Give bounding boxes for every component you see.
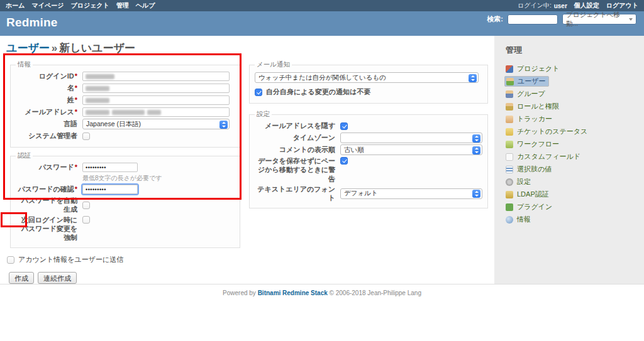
- main-area: ユーザー»新しいユーザー 情報 ログインID* 名* 姓*: [0, 36, 644, 284]
- auth-fieldset: 認証 パスワード* ••••••••• 最低8文字の長さが必要です パスワードの…: [10, 151, 240, 248]
- redacted-lastname-value: [86, 98, 109, 103]
- no-self-notified-row: 自分自身による変更の通知は不要: [255, 87, 482, 97]
- info-fieldset: 情報 ログインID* 名* 姓* メールアドレス*: [10, 60, 240, 148]
- sidebar-item-info[interactable]: 情報: [506, 214, 533, 225]
- comments-sorting-selected-value: 古い順: [344, 146, 364, 154]
- sidebar-item-plugins[interactable]: プラグイン: [506, 202, 555, 212]
- admin-checkbox[interactable]: [82, 133, 90, 140]
- no-self-notified-checkbox[interactable]: [255, 89, 262, 96]
- sidebar-item-roles[interactable]: ロールと権限: [506, 101, 562, 112]
- create-and-continue-button[interactable]: 連続作成: [38, 272, 77, 284]
- custom-field-icon: [506, 153, 513, 161]
- comments-sorting-row: コメントの表示順 古い順: [255, 144, 482, 155]
- breadcrumb-separator: »: [50, 42, 59, 54]
- hide-mail-label: メールアドレスを隠す: [255, 121, 335, 130]
- redacted-login-value: [86, 74, 114, 79]
- password-confirm-label: パスワードの確認*: [16, 185, 77, 193]
- sidebar-item-projects[interactable]: プロジェクト: [506, 63, 562, 74]
- password-confirm-input[interactable]: •••••••••: [82, 185, 138, 194]
- password-label: パスワード*: [16, 163, 77, 171]
- project-jump-label: プロジェクトへ移動...: [566, 11, 629, 28]
- search-input[interactable]: [508, 14, 558, 24]
- bitnami-stack-link[interactable]: Bitnami Redmine Stack: [258, 290, 328, 296]
- user-form-column: 情報 ログインID* 名* 姓* メールアドレス*: [6, 60, 240, 284]
- mail-row: メールアドレス*: [16, 107, 235, 117]
- warn-unsaved-checkbox[interactable]: [340, 157, 348, 165]
- sidebar-item-groups[interactable]: グループ: [506, 89, 548, 99]
- top-menu-my-page-link[interactable]: マイページ: [31, 1, 64, 10]
- top-menu-projects-link[interactable]: プロジェクト: [70, 1, 109, 10]
- project-jump-select[interactable]: プロジェクトへ移動...: [562, 14, 636, 24]
- logged-in-label: ログイン中:: [518, 1, 552, 10]
- auth-legend: 認証: [16, 151, 33, 160]
- create-button[interactable]: 作成: [9, 272, 34, 284]
- password-confirm-row: パスワードの確認* •••••••••: [16, 184, 235, 195]
- sidebar-item-users[interactable]: ユーザー: [504, 76, 549, 87]
- sidebar-item-workflows[interactable]: ワークフロー: [506, 139, 562, 149]
- sidebar-item-label: 設定: [517, 177, 531, 187]
- top-menu-administration-link[interactable]: 管理: [116, 1, 129, 10]
- mail-input[interactable]: [82, 107, 230, 117]
- dropdown-stepper-icon: [469, 74, 477, 82]
- current-user-link[interactable]: user: [554, 3, 567, 9]
- top-menu-links: ホームマイページプロジェクト管理ヘルプ: [6, 1, 155, 10]
- language-select[interactable]: Japanese (日本語): [82, 119, 230, 129]
- sidebar-item-label: ユーザー: [518, 77, 546, 86]
- login-row: ログインID*: [16, 71, 235, 82]
- dropdown-stepper-icon: [472, 190, 480, 198]
- warn-unsaved-label: データを保存せずにページから移動するときに警告: [255, 156, 335, 183]
- sidebar-item-issue-statuses[interactable]: チケットのステータス: [506, 126, 590, 137]
- sidebar-item-ldap[interactable]: LDAP認証: [506, 189, 552, 200]
- firstname-input[interactable]: [82, 84, 230, 93]
- textarea-font-select[interactable]: デフォルト: [340, 188, 482, 199]
- must-change-password-row: 次回ログイン時にパスワード変更を強制: [16, 215, 235, 242]
- password-row: パスワード* •••••••••: [16, 162, 235, 173]
- textarea-font-row: テキストエリアのフォント デフォルト: [255, 185, 482, 203]
- warn-unsaved-row: データを保存せずにページから移動するときに警告: [255, 156, 482, 183]
- mail-notification-fieldset: メール通知 ウォッチ中または自分が関係しているもの 自分自身による変更の通知は不…: [249, 60, 488, 104]
- mail-notification-legend: メール通知: [255, 60, 292, 69]
- sidebar-title: 管理: [506, 45, 638, 56]
- must-change-password-label: 次回ログイン時にパスワード変更を強制: [16, 215, 77, 242]
- my-account-link[interactable]: 個人設定: [574, 1, 599, 10]
- content-area: ユーザー»新しいユーザー 情報 ログインID* 名* 姓*: [0, 36, 494, 284]
- sidebar-item-label: チケットのステータス: [517, 127, 587, 136]
- must-change-password-checkbox[interactable]: [82, 216, 90, 224]
- dropdown-stepper-icon: [472, 134, 480, 143]
- top-menu-help-link[interactable]: ヘルプ: [136, 1, 155, 10]
- mail-label: メールアドレス*: [16, 107, 77, 116]
- password-hint: 最低8文字の長さが必要です: [82, 174, 235, 183]
- workflow-icon: [506, 141, 513, 148]
- timezone-select[interactable]: [340, 133, 482, 143]
- user-icon: [506, 78, 514, 85]
- sidebar-item-label: 選択肢の値: [517, 165, 552, 174]
- sidebar-item-settings[interactable]: 設定: [506, 176, 533, 187]
- generate-password-row: パスワードを自動生成: [16, 196, 235, 214]
- top-menu-bar: ホームマイページプロジェクト管理ヘルプ ログイン中: user 個人設定 ログア…: [0, 0, 644, 11]
- comments-sorting-select[interactable]: 古い順: [340, 144, 482, 155]
- breadcrumb-users-link[interactable]: ユーザー: [6, 42, 50, 54]
- logout-link[interactable]: ログアウト: [606, 1, 638, 10]
- form-buttons: 作成 連続作成: [9, 272, 240, 284]
- powered-by-text: Powered by: [223, 290, 256, 296]
- projects-icon: [506, 65, 513, 73]
- info-legend: 情報: [16, 60, 33, 69]
- sidebar-item-trackers[interactable]: トラッカー: [506, 114, 555, 124]
- top-menu-home-link[interactable]: ホーム: [6, 1, 25, 10]
- timezone-label: タイムゾーン: [255, 133, 335, 142]
- hide-mail-checkbox[interactable]: [340, 122, 348, 130]
- sidebar-item-custom-fields[interactable]: カスタムフィールド: [506, 151, 583, 162]
- search-label: 検索:: [487, 14, 503, 24]
- send-information-label: アカウント情報をユーザーに送信: [18, 255, 123, 264]
- mail-notification-select[interactable]: ウォッチ中または自分が関係しているもの: [255, 72, 479, 83]
- lastname-input[interactable]: [82, 95, 230, 105]
- send-information-checkbox[interactable]: [7, 256, 14, 264]
- hide-mail-row: メールアドレスを隠す: [255, 121, 482, 131]
- copyright-text: © 2006-2018 Jean-Philippe Lang: [330, 290, 421, 296]
- generate-password-checkbox[interactable]: [82, 202, 90, 209]
- password-input[interactable]: •••••••••: [82, 163, 138, 172]
- roles-icon: [506, 103, 513, 111]
- sidebar-item-enumerations[interactable]: 選択肢の値: [506, 164, 554, 175]
- sidebar-item-label: ロールと権限: [517, 102, 559, 111]
- login-input[interactable]: [82, 72, 230, 81]
